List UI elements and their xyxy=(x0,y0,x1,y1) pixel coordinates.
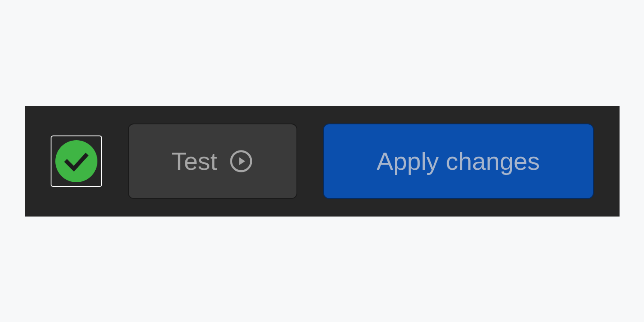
checkmark-icon xyxy=(61,146,91,176)
svg-marker-1 xyxy=(239,157,245,165)
toolbar: Test Apply changes xyxy=(25,106,620,217)
status-indicator xyxy=(51,135,102,187)
success-circle xyxy=(55,140,97,182)
apply-changes-button[interactable]: Apply changes xyxy=(323,123,594,199)
test-button-label: Test xyxy=(172,147,217,175)
apply-changes-label: Apply changes xyxy=(377,147,540,175)
play-circle-icon xyxy=(229,149,253,173)
test-button[interactable]: Test xyxy=(128,123,297,199)
